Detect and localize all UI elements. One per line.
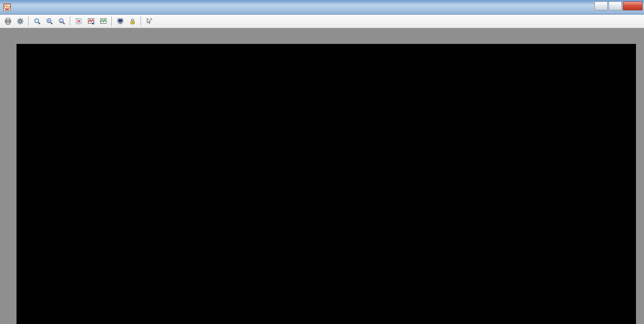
printer-icon: [4, 17, 12, 25]
toolbar-button-autoscale[interactable]: [73, 16, 84, 27]
signal-selection-cursor-icon: [146, 17, 153, 25]
window-titlebar: [0, 0, 644, 15]
toolbar-separator: [141, 17, 142, 26]
toolbar-button-parameters[interactable]: [15, 16, 26, 27]
toolbar-button-restore-axes[interactable]: [98, 16, 109, 27]
maximize-button[interactable]: [609, 1, 622, 10]
autoscale-icon: [75, 17, 83, 25]
restore-axes-icon: [100, 17, 107, 25]
scope-display-area: [0, 28, 644, 324]
close-button[interactable]: [623, 1, 643, 10]
scope-toolbar: x y: [0, 15, 644, 28]
toolbar-button-print[interactable]: [2, 16, 14, 27]
toolbar-separator: [111, 17, 112, 26]
toolbar-button-floating-scope[interactable]: [115, 16, 126, 27]
scope-plot-canvas[interactable]: [17, 44, 636, 324]
toolbar-button-save-axes[interactable]: [85, 16, 97, 27]
svg-text:x: x: [48, 19, 50, 23]
toolbar-separator: [70, 17, 71, 26]
window-controls: [594, 1, 643, 10]
toolbar-button-zoom-x[interactable]: x: [44, 16, 55, 27]
toolbar-button-lock-axes[interactable]: [127, 16, 138, 27]
toolbar-separator: [28, 17, 29, 26]
save-axes-icon: [87, 17, 95, 25]
toolbar-button-signal-selection[interactable]: [144, 16, 155, 27]
scope-app-icon-glyph: [3, 3, 11, 11]
floating-scope-icon: [117, 17, 124, 25]
zoom-y-icon: y: [58, 17, 66, 25]
toolbar-button-zoom-y[interactable]: y: [56, 16, 67, 27]
y-axis-tick-labels: [0, 44, 15, 324]
scope-app-icon: [3, 3, 11, 11]
scope-window: x y: [0, 0, 644, 324]
zoom-x-icon: x: [46, 17, 53, 25]
lock-icon: [129, 17, 136, 25]
toolbar-button-zoom[interactable]: [32, 16, 43, 27]
gear-icon: [17, 17, 24, 25]
minimize-button[interactable]: [594, 1, 608, 10]
zoom-icon: [33, 17, 41, 25]
svg-text:y: y: [60, 19, 62, 23]
scope-plot-area: [17, 44, 636, 324]
